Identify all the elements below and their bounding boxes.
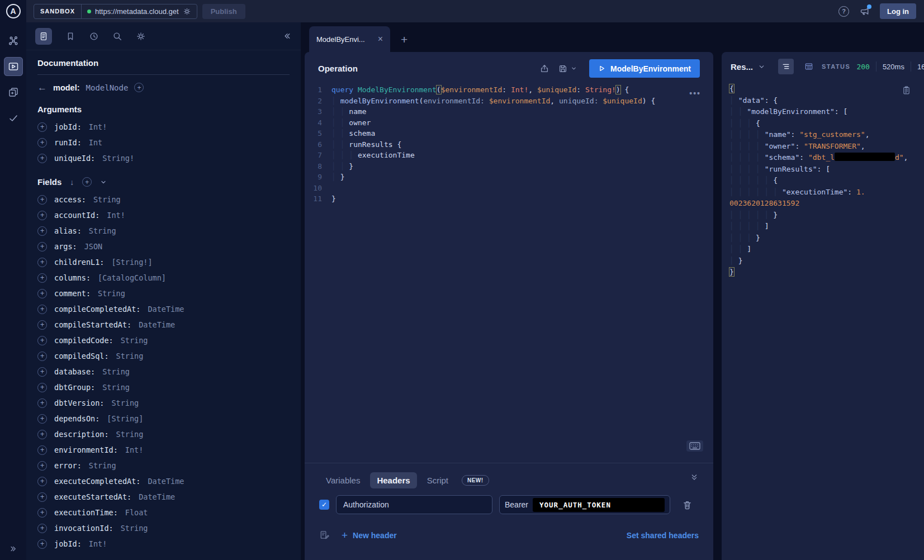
list-view-toggle-icon[interactable] — [778, 59, 794, 74]
field-name[interactable]: jobId: — [54, 122, 82, 131]
add-to-query-icon[interactable]: + — [37, 154, 47, 163]
save-dropdown-chevron-icon[interactable] — [571, 65, 577, 72]
table-view-toggle-icon[interactable] — [801, 59, 817, 74]
field-item[interactable]: +childrenL1:[String!] — [37, 254, 290, 270]
tab-headers[interactable]: Headers — [370, 472, 416, 488]
collapse-settings-icon[interactable] — [690, 473, 699, 482]
field-name[interactable]: alias: — [54, 226, 82, 235]
add-to-query-icon[interactable]: + — [37, 414, 47, 424]
header-enabled-checkbox[interactable]: ✓ — [319, 500, 329, 510]
field-item[interactable]: +environmentId:Int! — [37, 442, 290, 458]
field-item[interactable]: +executeStartedAt:DateTime — [37, 489, 290, 505]
response-dropdown-chevron-icon[interactable] — [758, 63, 765, 70]
login-button[interactable]: Log in — [880, 3, 916, 19]
auth-token-value[interactable]: YOUR_AUTH_TOKEN — [533, 498, 665, 512]
argument-item[interactable]: +runId:Int — [37, 135, 290, 150]
sort-fields-icon[interactable]: ↓ — [70, 178, 74, 187]
header-key-input[interactable]: Authorization — [336, 495, 492, 514]
field-name[interactable]: executeStartedAt: — [54, 492, 131, 501]
add-to-query-icon[interactable]: + — [37, 492, 47, 502]
query-editor[interactable]: 1query ModelByEnvironment($environmentId… — [305, 84, 713, 205]
collections-nav-icon[interactable] — [4, 83, 23, 102]
documentation-tab-icon[interactable] — [35, 28, 52, 45]
code-line[interactable]: 3│ │ name — [308, 106, 713, 117]
field-name[interactable]: childrenL1: — [54, 258, 104, 267]
field-name[interactable]: compileCompletedAt: — [54, 305, 140, 314]
response-title[interactable]: Res... — [731, 62, 753, 72]
help-icon[interactable]: ? — [838, 6, 849, 17]
announcements-icon[interactable] — [859, 6, 870, 17]
field-name[interactable]: environmentId: — [54, 445, 118, 454]
add-to-query-icon[interactable]: + — [37, 305, 47, 314]
code-line[interactable]: 5│ │ schema — [308, 128, 713, 139]
fields-chevron-icon[interactable] — [100, 179, 107, 186]
field-name[interactable]: columns: — [54, 273, 91, 282]
add-to-query-icon[interactable]: + — [37, 258, 47, 267]
expand-rail-icon[interactable] — [9, 544, 18, 553]
tab-variables[interactable]: Variables — [319, 472, 367, 488]
field-name[interactable]: args: — [54, 242, 77, 251]
add-to-query-icon[interactable]: + — [37, 122, 47, 132]
apollo-logo[interactable]: A — [0, 0, 26, 22]
share-operation-icon[interactable] — [539, 64, 549, 74]
add-to-query-icon[interactable]: + — [37, 211, 47, 220]
field-item[interactable]: +compileCompletedAt:DateTime — [37, 301, 290, 317]
tab-modelbyenvironment[interactable]: ModelByEnvi... × — [309, 26, 390, 52]
add-all-fields-icon[interactable]: + — [82, 177, 92, 187]
code-line[interactable]: 4│ │ owner — [308, 117, 713, 129]
field-item[interactable]: +invocationId:String — [37, 520, 290, 536]
publish-button[interactable]: Publish — [202, 4, 245, 19]
new-tab-icon[interactable]: + — [401, 34, 407, 45]
field-name[interactable]: database: — [54, 367, 95, 376]
back-arrow-icon[interactable]: ← — [37, 83, 47, 92]
code-line[interactable]: 6│ │ runResults { — [308, 139, 713, 150]
search-icon[interactable] — [112, 31, 122, 41]
field-name[interactable]: error: — [54, 461, 82, 470]
set-shared-headers-link[interactable]: Set shared headers — [627, 531, 699, 540]
field-name[interactable]: dbtGroup: — [54, 383, 95, 392]
add-to-query-icon[interactable]: + — [37, 508, 47, 518]
field-item[interactable]: +executeCompletedAt:DateTime — [37, 473, 290, 489]
field-item[interactable]: +accountId:Int! — [37, 207, 290, 223]
add-to-query-icon[interactable]: + — [37, 273, 47, 283]
field-name[interactable]: access: — [54, 195, 86, 204]
code-line[interactable]: 8│ │ } — [308, 161, 713, 172]
add-to-query-icon[interactable]: + — [37, 336, 47, 345]
field-name[interactable]: comment: — [54, 289, 91, 298]
field-name[interactable]: executionTime: — [54, 508, 118, 517]
argument-item[interactable]: +jobId:Int! — [37, 119, 290, 135]
add-to-query-icon[interactable]: + — [37, 477, 47, 486]
field-name[interactable]: compiledCode: — [54, 336, 113, 345]
add-to-query-icon[interactable]: + — [37, 195, 47, 205]
field-item[interactable]: +compiledSql:String — [37, 348, 290, 364]
add-to-query-icon[interactable]: + — [37, 398, 47, 408]
run-operation-button[interactable]: ModelByEnvironment — [589, 59, 700, 78]
code-line[interactable]: 9│ } — [308, 172, 713, 183]
field-item[interactable]: +error:String — [37, 458, 290, 473]
add-type-icon[interactable]: + — [134, 83, 144, 92]
new-header-button[interactable]: + New header — [342, 530, 397, 540]
field-name[interactable]: dependsOn: — [54, 414, 99, 423]
collapse-panel-icon[interactable] — [282, 31, 292, 41]
field-item[interactable]: +compiledCode:String — [37, 333, 290, 348]
add-to-query-icon[interactable]: + — [37, 242, 47, 251]
field-name[interactable]: compiledSql: — [54, 352, 109, 360]
editor-overflow-menu-icon[interactable]: ••• — [689, 89, 701, 98]
field-item[interactable]: +dbtVersion:String — [37, 395, 290, 411]
add-to-query-icon[interactable]: + — [37, 138, 47, 148]
model-type[interactable]: ModelNode — [86, 83, 129, 92]
add-to-query-icon[interactable]: + — [37, 320, 47, 330]
field-item[interactable]: +dbtGroup:String — [37, 379, 290, 395]
add-to-query-icon[interactable]: + — [37, 461, 47, 471]
field-item[interactable]: +compileStartedAt:DateTime — [37, 317, 290, 333]
tab-script[interactable]: Script — [420, 472, 455, 488]
field-item[interactable]: +args:JSON — [37, 239, 290, 254]
code-line[interactable]: 11} — [308, 193, 713, 205]
delete-header-icon[interactable] — [682, 500, 693, 510]
header-value-input[interactable]: Bearer YOUR_AUTH_TOKEN — [499, 495, 670, 514]
field-name[interactable]: runId: — [54, 138, 82, 147]
add-to-query-icon[interactable]: + — [37, 226, 47, 236]
code-line[interactable]: 7│ │ │ executionTime — [308, 150, 713, 161]
bookmarks-icon[interactable] — [65, 31, 75, 41]
field-item[interactable]: +dependsOn:[String] — [37, 411, 290, 426]
